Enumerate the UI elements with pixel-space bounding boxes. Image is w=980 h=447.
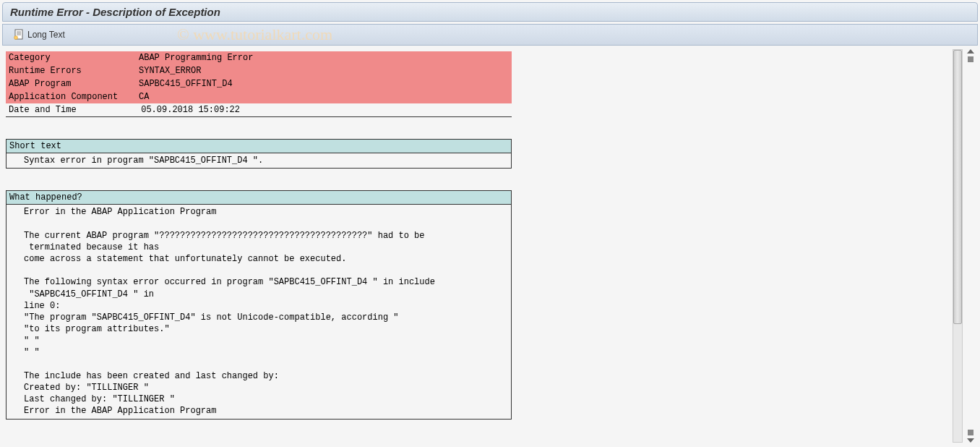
what-happened-line: The include has been created and last ch…: [9, 370, 508, 382]
scrollbar-thumb[interactable]: [953, 50, 962, 324]
long-text-label: Long Text: [27, 30, 65, 40]
what-happened-line: [9, 218, 508, 229]
short-text-line: Syntax error in program "SAPBC415_OFFINT…: [9, 155, 508, 166]
scroll-indicator-top: [966, 49, 976, 62]
short-text-header: Short text: [7, 140, 511, 153]
content-area: CategoryABAP Programming ErrorRuntime Er…: [6, 51, 974, 420]
short-text-body: Syntax error in program "SAPBC415_OFFINT…: [7, 153, 511, 168]
what-happened-line: Created by: "TILLINGER ": [9, 382, 508, 393]
error-value: SAPBC415_OFFINT_D4: [136, 77, 512, 90]
date-label: Date and Time: [9, 105, 136, 115]
toolbar: Long Text: [2, 24, 978, 46]
what-happened-line: "The program "SAPBC415_OFFINT_D4" is not…: [9, 312, 508, 323]
table-row: CategoryABAP Programming Error: [6, 51, 512, 64]
long-text-button[interactable]: Long Text: [10, 27, 68, 42]
what-happened-line: come across a statement that unfortunate…: [9, 253, 508, 265]
short-text-section: Short text Syntax error in program "SAPB…: [6, 139, 512, 169]
date-value: 05.09.2018 15:09:22: [141, 105, 240, 115]
what-happened-body: Error in the ABAP Application Program Th…: [7, 205, 511, 418]
page-title: Runtime Error - Description of Exception: [10, 6, 220, 18]
what-happened-line: Error in the ABAP Application Program: [9, 405, 508, 417]
what-happened-line: [9, 359, 508, 370]
table-row: Runtime ErrorsSYNTAX_ERROR: [6, 64, 512, 77]
what-happened-line: " ": [9, 335, 508, 346]
what-happened-section: What happened? Error in the ABAP Applica…: [6, 190, 512, 419]
error-label: Runtime Errors: [6, 64, 136, 77]
what-happened-line: "to its program attributes.": [9, 323, 508, 335]
vertical-scrollbar[interactable]: [953, 49, 963, 443]
date-time-row: Date and Time 05.09.2018 15:09:22: [6, 103, 512, 117]
svg-point-4: [14, 36, 18, 40]
table-row: Application ComponentCA: [6, 90, 512, 103]
scroll-marker-icon: [968, 430, 973, 435]
error-info-table: CategoryABAP Programming ErrorRuntime Er…: [6, 51, 512, 103]
error-value: SYNTAX_ERROR: [136, 64, 512, 77]
what-happened-line: line 0:: [9, 300, 508, 312]
what-happened-line: The current ABAP program "??????????????…: [9, 230, 508, 242]
title-bar: Runtime Error - Description of Exception: [2, 2, 978, 22]
what-happened-line: Error in the ABAP Application Program: [9, 206, 508, 218]
scroll-up-icon[interactable]: [967, 49, 974, 54]
scroll-marker-icon: [968, 56, 973, 62]
scroll-indicator-bottom: [966, 430, 976, 443]
what-happened-line: Last changed by: "TILLINGER ": [9, 393, 508, 405]
document-icon: [13, 29, 25, 41]
error-value: CA: [136, 90, 512, 103]
scroll-down-icon[interactable]: [967, 438, 974, 443]
what-happened-line: [9, 265, 508, 276]
what-happened-line: "SAPBC415_OFFINT_D4 " in: [9, 289, 508, 300]
what-happened-line: " ": [9, 346, 508, 358]
error-label: ABAP Program: [6, 77, 136, 90]
error-label: Category: [6, 51, 136, 64]
error-label: Application Component: [6, 90, 136, 103]
what-happened-header: What happened?: [7, 191, 511, 205]
error-value: ABAP Programming Error: [136, 51, 512, 64]
what-happened-line: The following syntax error occurred in p…: [9, 276, 508, 288]
table-row: ABAP ProgramSAPBC415_OFFINT_D4: [6, 77, 512, 90]
what-happened-line: terminated because it has: [9, 242, 508, 253]
